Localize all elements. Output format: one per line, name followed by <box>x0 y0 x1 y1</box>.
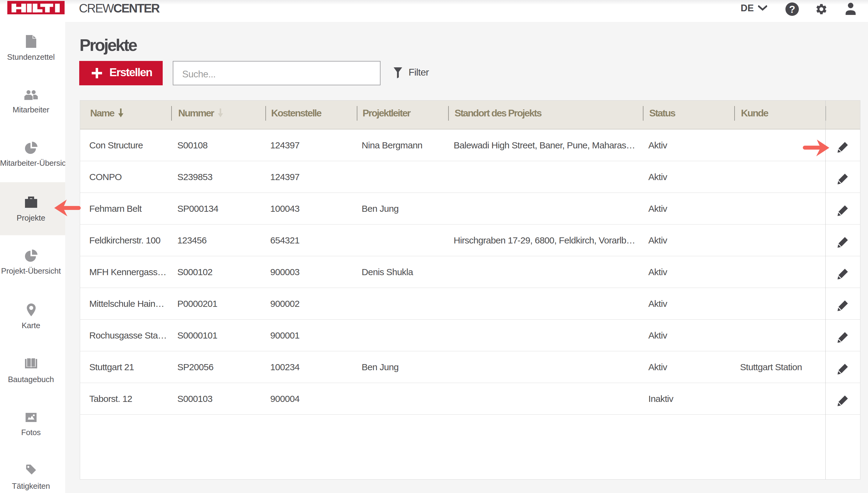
svg-text:?: ? <box>789 4 795 15</box>
